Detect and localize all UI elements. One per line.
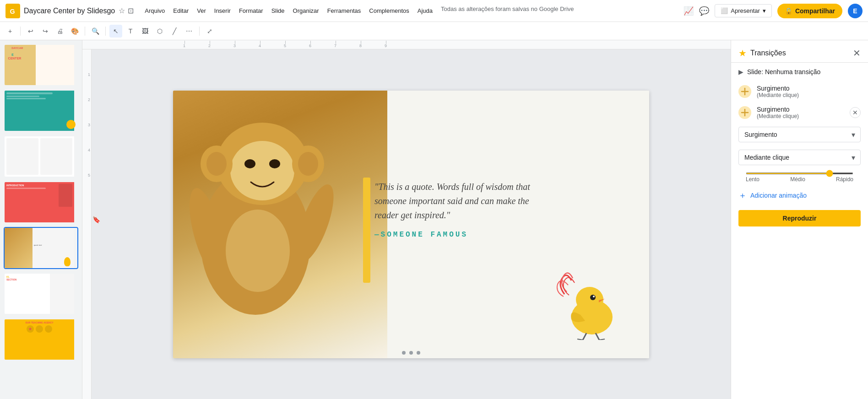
add-animation-row[interactable]: ＋ Adicionar animação: [731, 184, 868, 206]
canvas-area: 🔖 1 2 3 4 5 6 7 8 9 1 2 3 4: [82, 40, 731, 399]
transition-remove-button[interactable]: ✕: [850, 107, 861, 118]
menu-ajuda[interactable]: Ajuda: [414, 5, 436, 16]
svg-text:G: G: [10, 7, 15, 15]
shape-tool[interactable]: ⬡: [153, 25, 166, 38]
line-tool[interactable]: ╱: [168, 25, 181, 38]
slide-canvas[interactable]: "This is a quote. Words full of wisdom t…: [173, 91, 649, 358]
ruler-mark-1: 1: [172, 43, 197, 48]
slide-6-inner: 01. SECTION: [4, 273, 78, 315]
menu-slide[interactable]: Slide: [268, 5, 288, 16]
slide-bottom-controls: [402, 351, 420, 355]
svg-point-16: [590, 295, 596, 300]
ruler-left-4: 4: [82, 148, 91, 173]
ruler-mark-4: 4: [247, 43, 272, 48]
paint-format-button[interactable]: 🎨: [68, 25, 81, 38]
speed-labels: Lento Médio Rápido: [738, 176, 861, 183]
ruler-left-5: 5: [82, 173, 91, 198]
slide-3-inner: [4, 135, 78, 178]
present-chevron: ▾: [763, 7, 766, 14]
slide-4-preview: INTRODUCTION: [5, 182, 74, 222]
transition-name-1: Surgimento: [757, 85, 861, 92]
svg-point-13: [226, 210, 290, 292]
menu-complementos[interactable]: Complementos: [365, 5, 412, 16]
menu-formatar[interactable]: Formatar: [235, 5, 267, 16]
slide-thumb-2[interactable]: 2: [4, 90, 78, 132]
slide-thumb-7[interactable]: 7 OUR TEACHING AGENCY: [4, 318, 78, 361]
slide-thumb-6[interactable]: 6 01. SECTION: [4, 273, 78, 315]
lock-icon: 🔒: [785, 7, 792, 15]
more-tools[interactable]: ⋯: [183, 25, 195, 38]
slide-label-text: Slide: Nenhuma transição: [747, 68, 820, 75]
print-button[interactable]: 🖨: [54, 25, 66, 38]
speed-slider[interactable]: [746, 173, 853, 174]
slide-thumb-5[interactable]: 5 quote text: [4, 227, 78, 269]
ruler-left-3: 3: [82, 123, 91, 148]
play-button[interactable]: Reproduzir: [738, 210, 861, 226]
monkey-illustration: [182, 104, 347, 351]
fullscreen-button[interactable]: ⤢: [203, 25, 216, 38]
speed-slider-row: [738, 173, 861, 176]
user-avatar[interactable]: E: [848, 4, 863, 18]
add-button[interactable]: +: [4, 25, 16, 38]
slide-7-preview: OUR TEACHING AGENCY: [5, 319, 74, 360]
present-button[interactable]: ⬜ Apresentar ▾: [715, 4, 772, 17]
ruler-mark-3: 3: [222, 43, 247, 48]
ruler-mark-5: 5: [272, 43, 298, 48]
slide-thumb-1[interactable]: 1 DAYCAR E CENTER: [4, 44, 78, 86]
quote-accent-bar: [363, 178, 370, 283]
trend-icon[interactable]: 📈: [684, 6, 694, 16]
transition-icon-2: [738, 106, 751, 119]
transition-trigger-section: Mediante clique Após anterior: [731, 146, 868, 169]
star-icon[interactable]: ☆: [119, 6, 125, 15]
panel-close-button[interactable]: ✕: [853, 48, 861, 59]
undo-button[interactable]: ↩: [24, 25, 37, 38]
menu-arquivo[interactable]: Arquivo: [141, 5, 168, 16]
ruler-mark-8: 8: [348, 43, 373, 48]
separator-4: [199, 27, 200, 36]
speed-label-slow: Lento: [746, 176, 760, 183]
text-tool[interactable]: T: [124, 25, 137, 38]
top-bar: G Daycare Center by Slidesgo ☆ ⊡ Arquivo…: [0, 0, 868, 22]
transition-type-select[interactable]: Surgimento Dissolver Esmaecer: [738, 127, 861, 142]
slide-7-inner: OUR TEACHING AGENCY: [4, 318, 78, 361]
slide-thumb-4[interactable]: 4 INTRODUCTION: [4, 181, 78, 223]
panel-star-icon: ★: [738, 48, 747, 59]
menu-ver[interactable]: Ver: [193, 5, 210, 16]
quote-author: —SOMEONE FAMOUS: [374, 231, 548, 239]
transition-trigger-select[interactable]: Mediante clique Após anterior: [738, 150, 861, 165]
svg-point-4: [230, 141, 294, 200]
toolbar: + ↩ ↪ 🖨 🎨 🔍 ↖ T 🖼 ⬡ ╱ ⋯ ⤢: [0, 22, 868, 40]
menu-editar[interactable]: Editar: [169, 5, 192, 16]
top-right-actions: 📈 💬 ⬜ Apresentar ▾ 🔒 Compartilhar E: [684, 4, 863, 18]
slide-5-preview: quote text: [5, 228, 74, 268]
select-tool[interactable]: ↖: [109, 25, 122, 38]
transition-type-dropdown-wrapper: Surgimento Dissolver Esmaecer: [738, 127, 861, 142]
svg-point-9: [244, 159, 255, 168]
slide-label-arrow-icon: ▶: [738, 68, 743, 75]
menu-ferramentas[interactable]: Ferramentas: [324, 5, 365, 16]
redo-button[interactable]: ↪: [39, 25, 52, 38]
folder-icon[interactable]: ⊡: [128, 6, 134, 15]
transitions-panel: ★ Transições ✕ ▶ Slide: Nenhuma transiçã…: [731, 40, 868, 399]
svg-line-18: [583, 333, 586, 340]
menu-inserir[interactable]: Inserir: [211, 5, 234, 16]
add-animation-label: Adicionar animação: [750, 192, 807, 199]
menu-organizar[interactable]: Organizar: [289, 5, 323, 16]
svg-point-10: [269, 159, 280, 168]
slide-transition-row[interactable]: ▶ Slide: Nenhuma transição: [731, 63, 868, 81]
separator-3: [105, 27, 106, 36]
add-animation-icon: ＋: [738, 190, 747, 201]
transition-icon-1: [738, 85, 751, 98]
ruler-left: 1 2 3 4 5: [82, 49, 92, 399]
slide-2-preview: [5, 91, 74, 131]
slide-thumb-3[interactable]: 3: [4, 135, 78, 178]
transition-sub-2: (Mediante clique): [757, 113, 844, 119]
svg-point-8: [298, 152, 318, 176]
share-button[interactable]: 🔒 Compartilhar: [777, 4, 842, 18]
separator-2: [85, 27, 85, 36]
separator-1: [20, 27, 21, 36]
comment-icon[interactable]: 💬: [699, 6, 709, 16]
bottom-dot-2: [409, 351, 413, 355]
image-tool[interactable]: 🖼: [139, 25, 152, 38]
zoom-button[interactable]: 🔍: [89, 25, 102, 38]
